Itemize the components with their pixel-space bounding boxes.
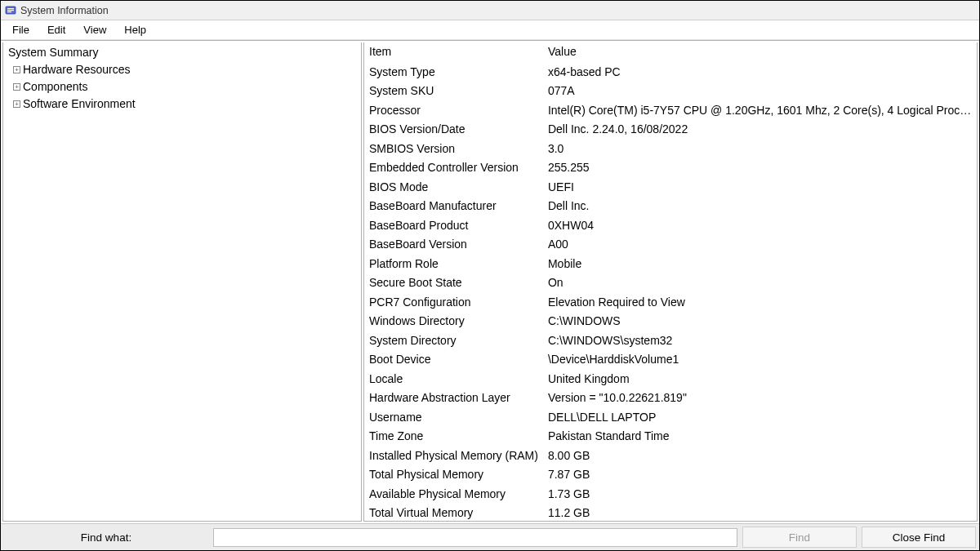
cell-value: 11.2 GB (543, 504, 977, 522)
cell-item: SMBIOS Version (364, 140, 543, 159)
tree-pane[interactable]: System Summary +Hardware Resources+Compo… (2, 42, 362, 522)
menubar: File Edit View Help (1, 20, 979, 40)
cell-item: BIOS Version/Date (364, 120, 543, 140)
cell-item: Available Physical Memory (364, 485, 543, 504)
cell-value: Pakistan Standard Time (543, 427, 977, 447)
cell-item: Secure Boot State (364, 273, 543, 293)
header-item[interactable]: Item (364, 42, 543, 63)
cell-item: Embedded Controller Version (364, 158, 543, 178)
cell-value: 1.73 GB (543, 485, 977, 504)
cell-value: Intel(R) Core(TM) i5-7Y57 CPU @ 1.20GHz,… (543, 101, 977, 121)
tree-node-label[interactable]: Components (23, 78, 87, 96)
cell-item: System SKU (364, 82, 543, 101)
cell-value: C:\WINDOWS\system32 (543, 331, 977, 351)
tree-children: +Hardware Resources+Components+Software … (13, 61, 358, 113)
cell-value: Elevation Required to View (543, 293, 977, 313)
table-row[interactable]: BaseBoard VersionA00 (364, 235, 977, 255)
tree-node-label[interactable]: Software Environment (23, 96, 136, 113)
cell-value: \Device\HarddiskVolume1 (543, 350, 977, 370)
plus-icon[interactable]: + (13, 100, 20, 108)
table-row[interactable]: BaseBoard Product0XHW04 (364, 216, 977, 236)
plus-icon[interactable]: + (13, 66, 20, 73)
cell-value: 0XHW04 (543, 216, 977, 236)
menu-file[interactable]: File (4, 21, 38, 38)
table-row[interactable]: Total Physical Memory7.87 GB (364, 465, 977, 485)
table-row[interactable]: BaseBoard ManufacturerDell Inc. (364, 197, 977, 216)
cell-item: BaseBoard Manufacturer (364, 197, 543, 216)
table-row[interactable]: Windows DirectoryC:\WINDOWS (364, 312, 977, 331)
find-input[interactable] (213, 528, 737, 547)
table-row[interactable]: Time ZonePakistan Standard Time (364, 427, 977, 447)
cell-value: A00 (543, 235, 977, 255)
cell-item: PCR7 Configuration (364, 293, 543, 313)
table-row[interactable]: Platform RoleMobile (364, 255, 977, 274)
menu-edit[interactable]: Edit (39, 21, 74, 38)
tree-node-label[interactable]: Hardware Resources (23, 61, 131, 78)
tree-node[interactable]: +Components (13, 78, 358, 96)
cell-value: 077A (543, 82, 977, 101)
table-row[interactable]: Installed Physical Memory (RAM)8.00 GB (364, 447, 977, 466)
table-row[interactable]: ProcessorIntel(R) Core(TM) i5-7Y57 CPU @… (364, 101, 977, 121)
cell-value: Mobile (543, 255, 977, 274)
findbar: Find what: Find Close Find (1, 523, 979, 550)
table-row[interactable]: System Typex64-based PC (364, 63, 977, 82)
cell-value: DELL\DELL LAPTOP (543, 408, 977, 428)
cell-item: BIOS Mode (364, 178, 543, 198)
table-row[interactable]: Total Virtual Memory11.2 GB (364, 504, 977, 522)
cell-value: Version = "10.0.22621.819" (543, 389, 977, 408)
cell-item: Boot Device (364, 350, 543, 370)
cell-value: C:\WINDOWS (543, 312, 977, 331)
menu-view[interactable]: View (75, 21, 114, 38)
cell-value: 7.87 GB (543, 465, 977, 485)
table-row[interactable]: LocaleUnited Kingdom (364, 370, 977, 389)
table-row[interactable]: System SKU077A (364, 82, 977, 101)
table-row[interactable]: BIOS Version/DateDell Inc. 2.24.0, 16/08… (364, 120, 977, 140)
svg-rect-2 (7, 10, 14, 11)
cell-item: System Type (364, 63, 543, 82)
table-row[interactable]: SMBIOS Version3.0 (364, 140, 977, 159)
cell-item: Time Zone (364, 427, 543, 447)
table-row[interactable]: System DirectoryC:\WINDOWS\system32 (364, 331, 977, 351)
cell-item: Windows Directory (364, 312, 543, 331)
cell-value: 3.0 (543, 140, 977, 159)
table-row[interactable]: PCR7 ConfigurationElevation Required to … (364, 293, 977, 313)
cell-value: United Kingdom (543, 370, 977, 389)
close-find-button[interactable]: Close Find (862, 527, 976, 548)
table-row[interactable]: BIOS ModeUEFI (364, 178, 977, 198)
cell-value: Dell Inc. 2.24.0, 16/08/2022 (543, 120, 977, 140)
table-row[interactable]: Available Physical Memory1.73 GB (364, 485, 977, 504)
table-row[interactable]: Boot Device\Device\HarddiskVolume1 (364, 350, 977, 370)
window-title: System Information (20, 5, 109, 16)
titlebar: System Information (1, 1, 979, 20)
tree-root-label[interactable]: System Summary (7, 46, 100, 59)
detail-table: Item Value System Typex64-based PCSystem… (364, 42, 977, 522)
detail-header-row: Item Value (364, 42, 977, 63)
tree-node[interactable]: +Hardware Resources (13, 61, 358, 78)
cell-value: x64-based PC (543, 63, 977, 82)
cell-value: 255.255 (543, 158, 977, 178)
detail-pane[interactable]: Item Value System Typex64-based PCSystem… (363, 42, 978, 522)
table-row[interactable]: Secure Boot StateOn (364, 273, 977, 293)
plus-icon[interactable]: + (13, 83, 20, 91)
svg-rect-1 (7, 8, 14, 9)
cell-item: Locale (364, 370, 543, 389)
tree-node[interactable]: +Software Environment (13, 96, 358, 113)
svg-rect-3 (7, 11, 11, 12)
header-value[interactable]: Value (543, 42, 977, 63)
table-row[interactable]: UsernameDELL\DELL LAPTOP (364, 408, 977, 428)
app-icon (4, 4, 17, 17)
cell-item: System Directory (364, 331, 543, 351)
cell-item: Processor (364, 101, 543, 121)
cell-item: BaseBoard Product (364, 216, 543, 236)
cell-value: UEFI (543, 178, 977, 198)
menu-help[interactable]: Help (116, 21, 154, 38)
cell-item: BaseBoard Version (364, 235, 543, 255)
table-row[interactable]: Hardware Abstraction LayerVersion = "10.… (364, 389, 977, 408)
find-button[interactable]: Find (742, 527, 857, 548)
tree-root[interactable]: System Summary (7, 44, 358, 61)
main-panes: System Summary +Hardware Resources+Compo… (1, 40, 979, 523)
cell-item: Installed Physical Memory (RAM) (364, 447, 543, 466)
cell-value: On (543, 273, 977, 293)
cell-item: Hardware Abstraction Layer (364, 389, 543, 408)
table-row[interactable]: Embedded Controller Version255.255 (364, 158, 977, 178)
